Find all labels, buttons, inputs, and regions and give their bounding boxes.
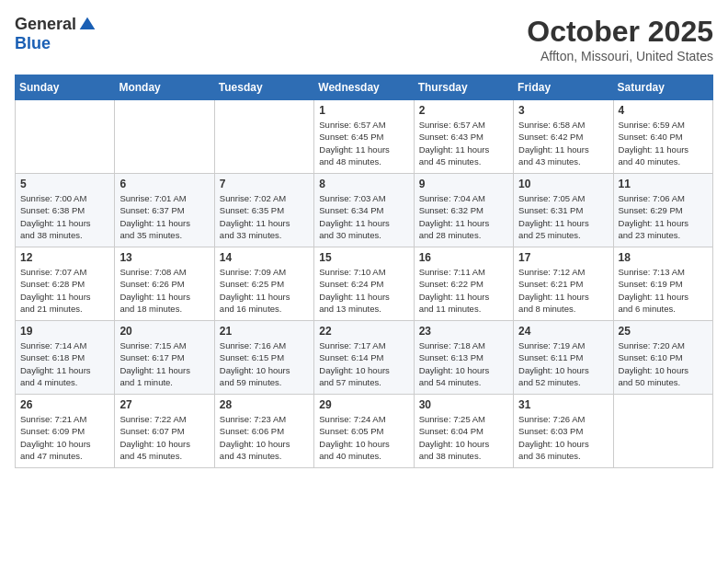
day-info: Sunrise: 7:01 AM Sunset: 6:37 PM Dayligh…: [119, 192, 209, 241]
day-number: 20: [119, 325, 209, 338]
table-row: 11Sunrise: 7:06 AM Sunset: 6:29 PM Dayli…: [613, 174, 712, 247]
day-number: 19: [20, 325, 109, 338]
day-info: Sunrise: 7:02 AM Sunset: 6:35 PM Dayligh…: [220, 192, 309, 241]
day-info: Sunrise: 6:57 AM Sunset: 6:45 PM Dayligh…: [319, 119, 408, 167]
day-number: 28: [220, 398, 309, 411]
day-number: 22: [319, 325, 408, 338]
day-number: 2: [419, 104, 508, 117]
day-info: Sunrise: 7:21 AM Sunset: 6:09 PM Dayligh…: [20, 413, 109, 462]
day-info: Sunrise: 7:03 AM Sunset: 6:34 PM Dayligh…: [319, 192, 408, 241]
table-row: 2Sunrise: 6:57 AM Sunset: 6:43 PM Daylig…: [414, 100, 513, 174]
logo-general-text: General: [15, 15, 76, 34]
table-row: 21Sunrise: 7:16 AM Sunset: 6:15 PM Dayli…: [214, 321, 313, 395]
day-info: Sunrise: 7:10 AM Sunset: 6:24 PM Dayligh…: [319, 266, 408, 315]
day-info: Sunrise: 7:18 AM Sunset: 6:13 PM Dayligh…: [419, 339, 508, 388]
day-info: Sunrise: 7:00 AM Sunset: 6:38 PM Dayligh…: [20, 192, 109, 241]
day-info: Sunrise: 7:11 AM Sunset: 6:22 PM Dayligh…: [419, 266, 508, 315]
header-friday: Friday: [514, 75, 613, 100]
day-number: 16: [419, 251, 508, 264]
table-row: 12Sunrise: 7:07 AM Sunset: 6:28 PM Dayli…: [16, 247, 115, 321]
location-text: Affton, Missouri, United States: [527, 49, 713, 63]
table-row: 3Sunrise: 6:58 AM Sunset: 6:42 PM Daylig…: [514, 100, 613, 174]
day-number: 24: [518, 325, 608, 338]
day-number: 29: [319, 398, 408, 411]
day-number: 11: [619, 178, 708, 190]
table-row: [16, 100, 115, 174]
day-info: Sunrise: 7:09 AM Sunset: 6:25 PM Dayligh…: [220, 266, 309, 315]
day-info: Sunrise: 7:16 AM Sunset: 6:15 PM Dayligh…: [220, 339, 309, 388]
table-row: 5Sunrise: 7:00 AM Sunset: 6:38 PM Daylig…: [16, 174, 115, 247]
day-number: 7: [220, 178, 309, 190]
table-row: 9Sunrise: 7:04 AM Sunset: 6:32 PM Daylig…: [414, 174, 513, 247]
day-number: 23: [419, 325, 508, 338]
table-row: [115, 100, 214, 174]
table-row: 17Sunrise: 7:12 AM Sunset: 6:21 PM Dayli…: [514, 247, 613, 321]
table-row: 22Sunrise: 7:17 AM Sunset: 6:14 PM Dayli…: [314, 321, 414, 395]
table-row: 28Sunrise: 7:23 AM Sunset: 6:06 PM Dayli…: [214, 395, 313, 468]
day-info: Sunrise: 7:19 AM Sunset: 6:11 PM Dayligh…: [518, 339, 608, 388]
table-row: 16Sunrise: 7:11 AM Sunset: 6:22 PM Dayli…: [414, 247, 513, 321]
day-info: Sunrise: 7:22 AM Sunset: 6:07 PM Dayligh…: [119, 413, 209, 462]
table-row: [613, 395, 712, 468]
table-row: 23Sunrise: 7:18 AM Sunset: 6:13 PM Dayli…: [414, 321, 513, 395]
calendar-week-2: 5Sunrise: 7:00 AM Sunset: 6:38 PM Daylig…: [16, 174, 713, 247]
day-number: 14: [220, 251, 309, 264]
day-info: Sunrise: 7:08 AM Sunset: 6:26 PM Dayligh…: [119, 266, 209, 315]
day-number: 1: [319, 104, 408, 117]
table-row: 1Sunrise: 6:57 AM Sunset: 6:45 PM Daylig…: [314, 100, 414, 174]
header-saturday: Saturday: [613, 75, 712, 100]
day-number: 27: [119, 398, 209, 411]
table-row: 20Sunrise: 7:15 AM Sunset: 6:17 PM Dayli…: [115, 321, 214, 395]
table-row: 29Sunrise: 7:24 AM Sunset: 6:05 PM Dayli…: [314, 395, 414, 468]
table-row: 8Sunrise: 7:03 AM Sunset: 6:34 PM Daylig…: [314, 174, 414, 247]
day-info: Sunrise: 7:06 AM Sunset: 6:29 PM Dayligh…: [619, 192, 708, 241]
day-number: 9: [419, 178, 508, 190]
day-number: 3: [518, 104, 608, 117]
title-block: October 2025 Affton, Missouri, United St…: [527, 15, 713, 63]
calendar-week-4: 19Sunrise: 7:14 AM Sunset: 6:18 PM Dayli…: [16, 321, 713, 395]
day-number: 26: [20, 398, 109, 411]
day-number: 21: [220, 325, 309, 338]
logo-blue-text: Blue: [15, 34, 51, 52]
day-info: Sunrise: 7:07 AM Sunset: 6:28 PM Dayligh…: [20, 266, 109, 315]
month-title: October 2025: [527, 15, 713, 49]
table-row: 10Sunrise: 7:05 AM Sunset: 6:31 PM Dayli…: [514, 174, 613, 247]
day-info: Sunrise: 7:26 AM Sunset: 6:03 PM Dayligh…: [518, 413, 608, 462]
day-info: Sunrise: 7:14 AM Sunset: 6:18 PM Dayligh…: [20, 339, 109, 388]
day-info: Sunrise: 7:05 AM Sunset: 6:31 PM Dayligh…: [518, 192, 608, 241]
table-row: 4Sunrise: 6:59 AM Sunset: 6:40 PM Daylig…: [613, 100, 712, 174]
day-number: 8: [319, 178, 408, 190]
table-row: 7Sunrise: 7:02 AM Sunset: 6:35 PM Daylig…: [214, 174, 313, 247]
table-row: 31Sunrise: 7:26 AM Sunset: 6:03 PM Dayli…: [514, 395, 613, 468]
day-number: 18: [619, 251, 708, 264]
day-number: 30: [419, 398, 508, 411]
day-number: 10: [518, 178, 608, 190]
header-sunday: Sunday: [16, 75, 115, 100]
table-row: 19Sunrise: 7:14 AM Sunset: 6:18 PM Dayli…: [16, 321, 115, 395]
day-info: Sunrise: 6:57 AM Sunset: 6:43 PM Dayligh…: [419, 119, 508, 167]
day-info: Sunrise: 7:25 AM Sunset: 6:04 PM Dayligh…: [419, 413, 508, 462]
table-row: 18Sunrise: 7:13 AM Sunset: 6:19 PM Dayli…: [613, 247, 712, 321]
calendar-header-row: SundayMondayTuesdayWednesdayThursdayFrid…: [16, 75, 713, 100]
calendar-table: SundayMondayTuesdayWednesdayThursdayFrid…: [15, 75, 713, 468]
day-info: Sunrise: 7:04 AM Sunset: 6:32 PM Dayligh…: [419, 192, 508, 241]
day-info: Sunrise: 6:58 AM Sunset: 6:42 PM Dayligh…: [518, 119, 608, 167]
day-number: 31: [518, 398, 608, 411]
calendar-week-5: 26Sunrise: 7:21 AM Sunset: 6:09 PM Dayli…: [16, 395, 713, 468]
logo-icon: [78, 16, 97, 34]
table-row: 24Sunrise: 7:19 AM Sunset: 6:11 PM Dayli…: [514, 321, 613, 395]
table-row: [214, 100, 313, 174]
header-tuesday: Tuesday: [214, 75, 313, 100]
svg-marker-0: [80, 17, 96, 29]
day-info: Sunrise: 6:59 AM Sunset: 6:40 PM Dayligh…: [619, 119, 708, 167]
table-row: 15Sunrise: 7:10 AM Sunset: 6:24 PM Dayli…: [314, 247, 414, 321]
calendar-week-3: 12Sunrise: 7:07 AM Sunset: 6:28 PM Dayli…: [16, 247, 713, 321]
day-info: Sunrise: 7:13 AM Sunset: 6:19 PM Dayligh…: [619, 266, 708, 315]
day-number: 15: [319, 251, 408, 264]
day-info: Sunrise: 7:20 AM Sunset: 6:10 PM Dayligh…: [619, 339, 708, 388]
day-info: Sunrise: 7:17 AM Sunset: 6:14 PM Dayligh…: [319, 339, 408, 388]
calendar-week-1: 1Sunrise: 6:57 AM Sunset: 6:45 PM Daylig…: [16, 100, 713, 174]
day-number: 12: [20, 251, 109, 264]
table-row: 25Sunrise: 7:20 AM Sunset: 6:10 PM Dayli…: [613, 321, 712, 395]
table-row: 14Sunrise: 7:09 AM Sunset: 6:25 PM Dayli…: [214, 247, 313, 321]
